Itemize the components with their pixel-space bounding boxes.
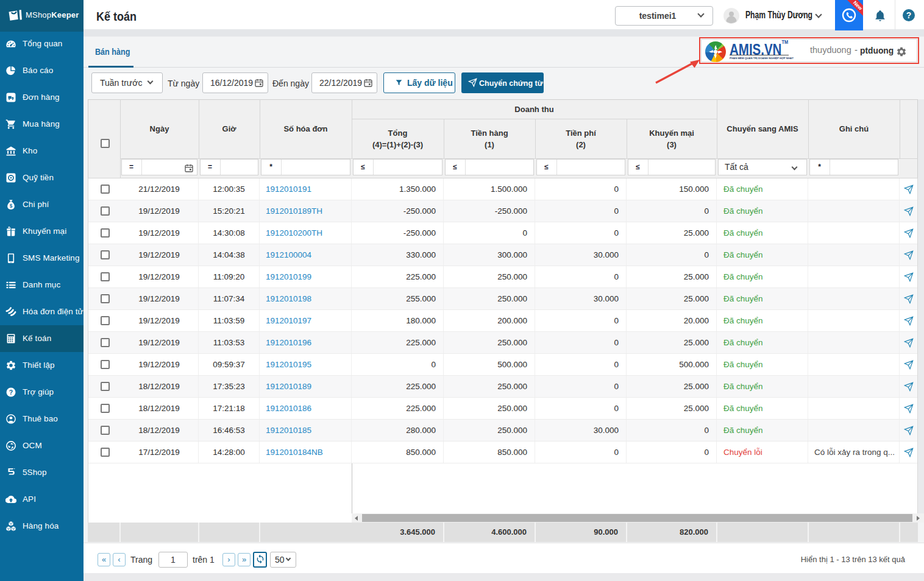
svg-text:$: $ (10, 203, 13, 209)
svg-text:?: ? (9, 389, 13, 396)
